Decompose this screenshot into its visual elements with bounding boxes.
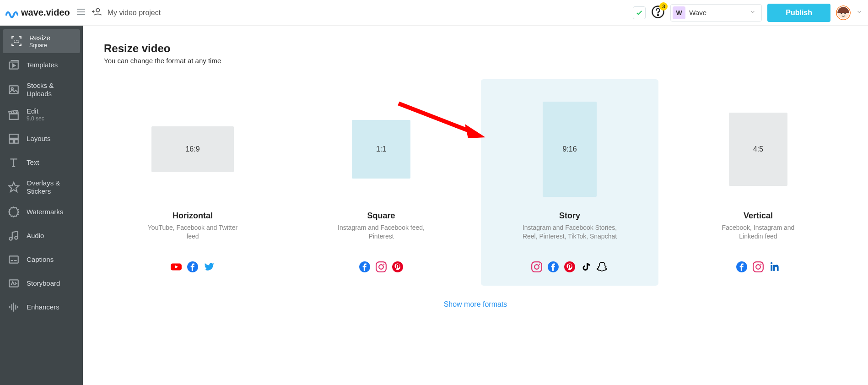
music-icon	[7, 229, 20, 242]
facebook-icon	[187, 261, 199, 273]
formats-grid: 16:9 Horizontal YouTube, Facebook and Tw…	[104, 79, 847, 286]
svg-marker-14	[13, 64, 15, 67]
sidebar-item-text[interactable]: Text	[0, 151, 83, 174]
resize-icon: 1:1	[10, 35, 23, 48]
sidebar-label: Watermarks	[27, 208, 63, 216]
sidebar-label: Enhancers	[27, 303, 59, 311]
sidebar-label: Edit	[27, 107, 44, 115]
sidebar-label: Layouts	[27, 135, 51, 143]
sidebar-item-watermarks[interactable]: Watermarks	[0, 200, 83, 224]
text-icon	[7, 156, 20, 169]
sidebar-label: Audio	[27, 232, 44, 240]
svg-point-55	[534, 265, 539, 269]
storyboard-icon	[7, 277, 20, 290]
youtube-icon	[170, 261, 182, 273]
sidebar-item-resize[interactable]: 1:1 ResizeSquare	[3, 29, 80, 53]
format-card-vertical[interactable]: 4:5 Vertical Facebook, Instagram and Lin…	[669, 79, 847, 286]
social-icons	[736, 261, 781, 273]
publish-button[interactable]: Publish	[767, 4, 830, 22]
format-title: Horizontal	[173, 211, 213, 221]
chevron-down-icon	[749, 9, 756, 17]
add-person-icon[interactable]	[92, 7, 102, 19]
sidebar-label: Overlays & Stickers	[27, 179, 75, 195]
facebook-icon	[359, 261, 371, 273]
sidebar-item-layouts[interactable]: Layouts	[0, 127, 83, 151]
show-more-link[interactable]: Show more formats	[104, 300, 847, 309]
svg-point-51	[379, 265, 383, 269]
sidebar-item-storyboard[interactable]: Storyboard	[0, 271, 83, 295]
twitter-icon	[203, 261, 215, 273]
svg-rect-60	[753, 262, 763, 272]
social-icons	[531, 261, 609, 273]
sidebar-item-overlays[interactable]: Overlays & Stickers	[0, 174, 83, 200]
workspace-avatar: W	[673, 6, 685, 19]
format-title: Square	[367, 211, 395, 221]
svg-point-7	[658, 14, 658, 15]
svg-rect-50	[376, 262, 386, 272]
layouts-icon	[7, 132, 20, 145]
workspace-name: Wave	[689, 9, 746, 16]
preview-box: 4:5	[729, 113, 787, 186]
format-card-square[interactable]: 1:1 Square Instagram and Facebook feed, …	[292, 79, 470, 286]
badge-icon	[7, 206, 20, 218]
preview-box: 9:16	[543, 102, 597, 197]
waveform-icon	[7, 301, 20, 314]
sidebar-item-captions[interactable]: Captions	[0, 248, 83, 271]
sidebar-sublabel: Square	[29, 42, 50, 49]
svg-line-32	[12, 231, 18, 232]
svg-rect-33	[9, 256, 18, 263]
preview-box: 16:9	[151, 126, 234, 172]
star-icon	[7, 181, 20, 194]
sidebar-label: Templates	[27, 61, 58, 69]
sidebar-item-stocks[interactable]: Stocks & Uploads	[0, 77, 83, 103]
topbar: wave.video My video project 3 W Wave Pub…	[0, 0, 868, 26]
app-name: wave.video	[21, 7, 70, 18]
sidebar-label: Text	[27, 158, 39, 167]
workspace-selector[interactable]: W Wave	[670, 4, 762, 22]
instagram-icon	[375, 261, 387, 273]
captions-icon	[7, 253, 20, 266]
instagram-icon	[531, 261, 543, 273]
templates-icon	[7, 59, 20, 71]
sidebar-item-audio[interactable]: Audio	[0, 224, 83, 248]
sidebar-label: Captions	[27, 255, 54, 264]
user-menu-chevron[interactable]	[856, 9, 863, 17]
help-button[interactable]: 3	[651, 5, 665, 21]
sidebar-label: Storyboard	[27, 279, 60, 287]
project-title[interactable]: My video project	[108, 9, 161, 17]
format-title: Vertical	[744, 211, 773, 221]
svg-rect-17	[9, 114, 18, 119]
format-desc: Instagram and Facebook Stories, Reel, Pi…	[522, 223, 618, 250]
format-desc: Facebook, Instagram and Linkedin feed	[710, 223, 806, 250]
facebook-icon	[547, 261, 559, 273]
sidebar-item-templates[interactable]: Templates	[0, 53, 83, 77]
image-icon	[7, 83, 20, 96]
menu-icon[interactable]	[75, 6, 86, 19]
sidebar-item-edit[interactable]: Edit9.0 sec	[0, 103, 83, 126]
format-desc: YouTube, Facebook and Twitter feed	[145, 223, 241, 250]
svg-rect-22	[9, 140, 13, 143]
sidebar-label: Stocks & Uploads	[27, 81, 75, 98]
page-subtitle: You can change the format at any time	[104, 57, 847, 65]
svg-rect-21	[9, 134, 18, 138]
svg-point-56	[539, 264, 540, 265]
sidebar-label: Resize	[29, 34, 50, 42]
svg-point-3	[96, 8, 99, 11]
main-panel: Resize video You can change the format a…	[83, 26, 868, 385]
svg-point-52	[383, 264, 385, 265]
svg-marker-27	[9, 182, 19, 192]
user-avatar[interactable]	[836, 5, 851, 20]
app-logo[interactable]: wave.video	[5, 6, 70, 19]
sidebar-sublabel: 9.0 sec	[27, 115, 44, 122]
format-card-horizontal[interactable]: 16:9 Horizontal YouTube, Facebook and Tw…	[104, 79, 281, 286]
sidebar-item-enhancers[interactable]: Enhancers	[0, 295, 83, 319]
clapper-icon	[7, 108, 20, 121]
status-check-icon	[633, 6, 646, 19]
social-icons	[359, 261, 404, 273]
svg-point-10	[841, 13, 842, 14]
facebook-icon	[736, 261, 748, 273]
svg-point-11	[844, 13, 846, 14]
svg-rect-54	[532, 262, 542, 272]
page-title: Resize video	[104, 42, 847, 55]
format-card-story[interactable]: 9:16 Story Instagram and Facebook Storie…	[481, 79, 658, 286]
